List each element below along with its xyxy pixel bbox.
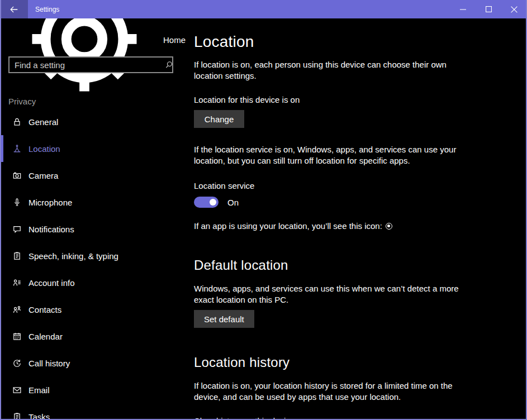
sidebar-item-label: Tasks [29,412,50,420]
sidebar-item-label: General [29,117,58,127]
close-icon [511,6,517,13]
back-button[interactable] [0,0,28,18]
calendar-icon [12,332,22,341]
default-location-title: Default location [194,256,515,274]
sidebar-item-label: Calendar [29,332,63,341]
window-controls [450,0,527,18]
privacy-nav: General Location Camera [1,108,186,420]
account-info-icon [12,278,22,288]
location-service-row: On [194,197,515,208]
microphone-icon [12,198,22,207]
sidebar-item-speech-inking-typing[interactable]: Speech, inking, & typing [1,242,186,269]
sidebar-item-email[interactable]: Email [1,376,186,403]
minimize-icon [460,6,466,12]
location-icon [12,144,22,154]
tasks-icon [12,412,22,420]
service-description: If the location service is on, Windows, … [194,144,462,166]
toggle-state-label: On [227,198,239,207]
sidebar-item-label: Notifications [29,225,74,234]
lock-icon [12,117,22,127]
sidebar-item-calendar[interactable]: Calendar [1,323,186,350]
sidebar-item-home[interactable]: Home [1,28,186,51]
search-input[interactable] [8,56,173,73]
set-default-button[interactable]: Set default [194,310,254,328]
sidebar-item-label: Home [163,35,186,45]
maximize-icon [486,6,492,12]
sidebar-item-label: Email [29,385,50,395]
sidebar: Home Privacy General [1,18,186,420]
service-label: Location service [194,180,515,192]
minimize-button[interactable] [450,0,476,18]
sidebar-item-label: Camera [29,171,58,180]
icon-note-text: If an app is using your location, you’ll… [194,221,382,232]
location-in-use-icon [386,223,392,230]
toggle-knob [210,199,216,206]
search-box [8,56,178,73]
sidebar-item-label: Call history [29,359,70,368]
clear-history-label: Clear history on this device [194,416,515,420]
intro-text: If location is on, each person using thi… [194,59,462,82]
change-button[interactable]: Change [194,110,244,128]
sidebar-item-general[interactable]: General [1,108,186,135]
sidebar-item-notifications[interactable]: Notifications [1,216,186,242]
titlebar: Settings [0,0,527,18]
maximize-button[interactable] [476,0,501,18]
sidebar-item-tasks[interactable]: Tasks [1,403,186,420]
window-title: Settings [35,6,59,13]
contacts-icon [12,305,22,314]
location-service-toggle[interactable] [194,197,219,208]
clipboard-icon [12,251,22,261]
sidebar-item-camera[interactable]: Camera [1,162,186,189]
camera-icon [12,171,22,180]
location-history-title: Location history [194,354,515,371]
settings-window: Settings Home [0,0,527,420]
sidebar-item-label: Account info [29,278,75,288]
sidebar-item-label: Speech, inking, & typing [29,251,118,261]
call-history-icon [12,359,22,368]
location-history-description: If location is on, your location history… [194,380,462,403]
sidebar-item-label: Microphone [29,198,72,207]
page-title: Location [194,32,515,52]
notifications-icon [12,225,22,234]
back-arrow-icon [9,4,19,15]
sidebar-item-call-history[interactable]: Call history [1,350,186,376]
icon-note: If an app is using your location, you’ll… [194,221,515,232]
sidebar-item-label: Contacts [29,305,61,314]
search-button[interactable] [162,58,176,71]
main-content: Location If location is on, each person … [186,18,526,420]
sidebar-item-location[interactable]: Location [1,135,186,162]
sidebar-item-microphone[interactable]: Microphone [1,189,186,216]
sidebar-item-label: Location [29,144,60,154]
search-icon [164,60,173,69]
app-body: Home Privacy General [1,18,526,420]
device-status-text: Location for this device is on [194,94,515,106]
sidebar-item-account-info[interactable]: Account info [1,269,186,296]
sidebar-item-contacts[interactable]: Contacts [1,296,186,323]
email-icon [12,385,22,395]
close-button[interactable] [501,0,527,18]
default-location-description: Windows, apps, and services can use this… [194,283,462,306]
selected-indicator [1,135,3,162]
